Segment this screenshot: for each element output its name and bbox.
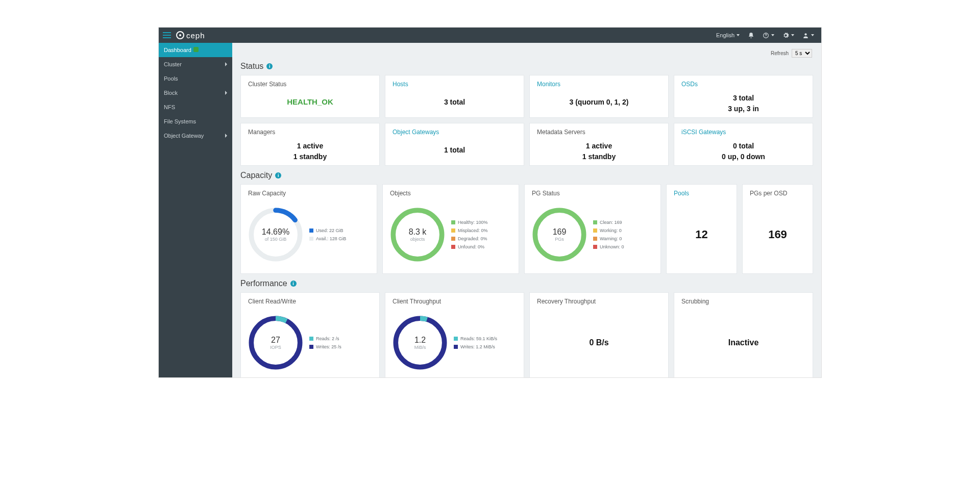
topbar-left: ceph [163,31,205,40]
card-title-link[interactable]: Object Gateways [393,129,517,136]
legend-swatch [454,337,458,341]
legend-swatch [451,220,455,224]
refresh-interval-select[interactable]: 5 s [792,49,812,58]
brand: ceph [176,31,205,40]
legend-swatch [593,237,597,241]
legend-objects: Healthy: 100%Misplaced: 0%Degraded: 0%Un… [451,220,488,249]
topbar: ceph English [159,28,821,43]
hamburger-icon[interactable] [163,32,171,38]
sidebar-item-block[interactable]: Block [159,86,232,100]
card-value: 169 [750,202,805,267]
legend-raw: Used: 22 GiB Avail.: 128 GiB [309,228,346,241]
chevron-right-icon [225,134,227,138]
legend-text: Unfound: 0% [458,244,484,249]
card-managers: Managers 1 active1 standby [240,123,380,166]
sidebar-item-label: File Systems [164,118,196,124]
legend-text: Warning: 0 [600,236,622,241]
legend-swatch [593,228,597,233]
sidebar: Dashboard Cluster Pools Block NFS File S… [159,43,232,377]
sidebar-item-dashboard[interactable]: Dashboard [159,43,232,57]
legend-swatch [593,245,597,249]
card-value: 1 total [393,141,517,159]
legend-swatch [451,237,455,241]
card-value: 1 active1 standby [248,141,372,162]
chevron-right-icon [225,62,227,66]
card-title-link[interactable]: Monitors [537,81,661,88]
card-title-link[interactable]: Hosts [393,81,517,88]
card-title: PG Status [532,190,653,197]
donut-value: 27 [271,336,280,345]
status-row-1: Cluster Status HEALTH_OK Hosts 3 total M… [240,75,813,118]
card-title-link[interactable]: Pools [674,190,729,197]
topbar-right: English [716,32,817,39]
donut-sub: of 150 GiB [265,237,287,242]
card-recovery-throughput: Recovery Throughput 0 B/s [529,292,669,377]
legend-item: Misplaced: 0% [451,228,488,233]
sidebar-item-filesystems[interactable]: File Systems [159,114,232,129]
card-monitors: Monitors 3 (quorum 0, 1, 2) [529,75,669,118]
legend-pg: Clean: 169Working: 0Warning: 0Unknown: 0 [593,220,624,249]
sidebar-item-nfs[interactable]: NFS [159,100,232,114]
legend-item: Clean: 169 [593,220,624,225]
notifications-button[interactable] [748,32,754,39]
legend-item: Healthy: 100% [451,220,488,225]
card-value: Inactive [681,310,805,375]
card-title: Client Throughput [393,298,517,305]
legend-text: Clean: 169 [600,220,622,225]
card-title: Raw Capacity [248,190,370,197]
legend-swatch [451,245,455,249]
card-value: 1 active1 standby [537,141,661,162]
donut-objects: 8.3 kobjects [390,207,445,262]
card-cluster-status: Cluster Status HEALTH_OK [240,75,380,118]
legend-item: Degraded: 0% [451,236,488,241]
card-value: 3 total3 up, 3 in [681,93,805,114]
language-selector[interactable]: English [716,32,740,38]
donut-value: 14.69% [262,227,289,237]
help-button[interactable] [763,32,774,39]
sidebar-item-pools[interactable]: Pools [159,71,232,86]
chevron-down-icon [791,34,794,36]
chevron-down-icon [771,34,774,36]
legend-item: Writes: 1.2 MiB/s [454,344,497,349]
ceph-logo-icon [176,31,184,39]
info-icon[interactable]: i [275,172,281,179]
main-content: Refresh 5 s Status i Cluster Status HEAL… [232,43,821,377]
card-title: Cluster Status [248,81,372,88]
info-icon[interactable]: i [266,63,273,69]
donut-sub: PGs [555,237,564,242]
chevron-down-icon [737,34,740,36]
chevron-down-icon [811,34,814,36]
performance-row: Client Read/Write 27IOPS Reads: 2 /sWrit… [240,292,813,377]
donut-sub: IOPS [270,345,281,350]
card-title-link[interactable]: iSCSI Gateways [681,129,805,136]
svg-point-1 [766,36,766,37]
legend-text: Used: 22 GiB [316,228,344,233]
brand-text: ceph [186,31,205,40]
card-raw-capacity: Raw Capacity 14.69%of 150 GiB Used: 22 G… [240,184,377,274]
card-metadata-servers: Metadata Servers 1 active1 standby [529,123,669,166]
legend-text: Writes: 25 /s [316,344,341,349]
card-value: 3 total [393,93,517,111]
card-title: Objects [390,190,511,197]
card-objects: Objects 8.3 kobjects Healthy: 100%Mispla… [382,184,519,274]
settings-button[interactable] [782,32,794,39]
sidebar-item-cluster[interactable]: Cluster [159,57,232,71]
card-client-rw: Client Read/Write 27IOPS Reads: 2 /sWrit… [240,292,380,377]
card-title: Client Read/Write [248,298,372,305]
user-menu[interactable] [802,32,814,39]
card-pools: Pools 12 [666,184,737,274]
legend-item: Reads: 2 /s [309,336,341,341]
card-title: Metadata Servers [537,129,661,136]
refresh-controls: Refresh 5 s [240,47,813,59]
donut-value: 8.3 k [409,227,427,237]
donut-value: 169 [553,227,567,237]
legend-item: Unknown: 0 [593,244,624,249]
legend-swatch [593,220,597,224]
sidebar-item-objectgateway[interactable]: Object Gateway [159,129,232,143]
card-title: Scrubbing [681,298,805,305]
legend-text: Avail.: 128 GiB [316,236,346,241]
info-icon[interactable]: i [290,281,297,287]
card-title-link[interactable]: OSDs [681,81,805,88]
donut-sub: objects [410,237,425,242]
donut-value: 1.2 [414,336,426,345]
